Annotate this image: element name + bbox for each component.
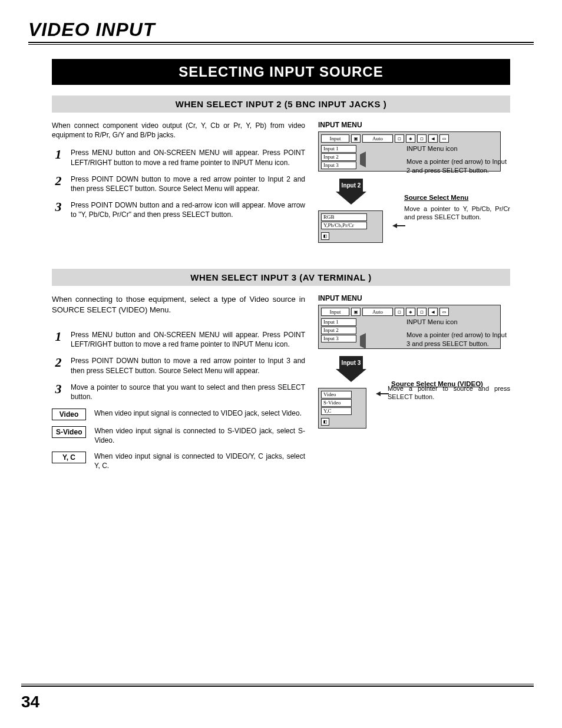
annot-pointer: Move a pointer (red arrow) to Input 3 an…	[406, 331, 507, 348]
callout-arrow-icon	[376, 391, 381, 396]
input-list: Input 1 Input 2 Input 3	[321, 318, 356, 342]
input-item: Input 2	[321, 153, 356, 161]
option-row: Y, C When video input signal is connecte…	[52, 452, 305, 470]
toolbar-icon: ◻	[395, 308, 404, 316]
step: 2Press POINT DOWN button to move a red a…	[52, 356, 305, 375]
toolbar-icon: ◻	[395, 134, 404, 143]
step: 3Press POINT DOWN button and a red-arrow…	[52, 200, 305, 219]
step-text: Press POINT DOWN button and a red-arrow …	[71, 200, 305, 219]
step-number: 1	[52, 330, 65, 349]
annotation: INPUT Menu icon Move a pointer (red arro…	[406, 144, 507, 174]
option-desc: When video input signal is connected to …	[94, 426, 305, 445]
step: 1Press MENU button and ON-SCREEN MENU wi…	[52, 148, 305, 167]
page-number: 34	[21, 693, 39, 711]
intro-b: When connecting to those equipment, sele…	[52, 294, 305, 315]
rule-thin	[28, 44, 534, 45]
annotation: INPUT Menu icon Move a pointer (red arro…	[406, 318, 507, 348]
rule-thin	[21, 684, 534, 684]
chapter-title: VIDEO INPUT	[28, 19, 534, 41]
step: 3Move a pointer to source that you want …	[52, 383, 305, 401]
toolbar-icon: ◻	[417, 134, 427, 143]
rule-thick	[21, 686, 534, 687]
option-label: Y, C	[52, 452, 86, 463]
subheading-a: WHEN SELECT INPUT 2 (5 BNC INPUT JACKS )	[52, 95, 510, 113]
topbar-label: Input	[321, 134, 349, 143]
toolbar-icon: ◀	[428, 134, 438, 143]
source-select-screenshot: Video S-Video Y,C ◧	[318, 388, 366, 429]
menu-topbar: Input ▣ Auto ◻ ◈ ◻ ◀ ▭	[321, 307, 498, 318]
step-text: Press MENU button and ON-SCREEN MENU wil…	[71, 330, 305, 349]
annot-source: Move a pointer to Y, Pb/Cb, Pr/Cr and pr…	[404, 205, 510, 222]
input-list: Input 1 Input 2 Input 3	[321, 145, 356, 169]
toolbar-icon: ◻	[417, 308, 427, 316]
arrow-label: Input 2	[339, 179, 363, 192]
option-row: Video When video input signal is connect…	[52, 409, 305, 420]
topbar-auto: Auto	[362, 134, 393, 143]
option-label: Video	[52, 409, 86, 420]
toolbar-icon: ◈	[406, 308, 415, 316]
close-icon: ◧	[321, 418, 329, 426]
rule-thick	[28, 42, 534, 43]
pointer-arrow-icon	[360, 333, 366, 349]
section-banner: SELECTING INPUT SOURCE	[52, 59, 510, 85]
input-item: Input 1	[321, 145, 356, 153]
figure-heading: INPUT MENU	[318, 294, 510, 302]
step: 1Press MENU button and ON-SCREEN MENU wi…	[52, 330, 305, 349]
input-icon: ▣	[351, 308, 361, 316]
option-desc: When video input signal is connected to …	[94, 409, 302, 418]
step-number: 2	[52, 174, 65, 193]
subheading-b: WHEN SELECT INPUT 3 (AV TERMINAL )	[52, 269, 510, 286]
input-item: Input 3	[321, 335, 356, 342]
option-row: S-Video When video input signal is conne…	[52, 426, 305, 445]
intro-a: When connect component video output (Cr,…	[52, 121, 305, 140]
annot-pointer: Move a pointer (red arrow) to Input 2 an…	[406, 157, 507, 174]
down-arrow-icon: Input 2	[336, 192, 366, 205]
menu-topbar: Input ▣ Auto ◻ ◈ ◻ ◀ ▭	[321, 134, 498, 145]
source-heading: Source Select Menu (VIDEO)	[391, 380, 483, 387]
down-arrow-icon: Input 3	[336, 369, 366, 382]
input-item: Input 1	[321, 318, 356, 326]
step-number: 2	[52, 356, 65, 375]
step-number: 1	[52, 148, 65, 167]
step-text: Press MENU button and ON-SCREEN MENU wil…	[71, 148, 305, 167]
toolbar-icon: ◀	[428, 308, 438, 316]
figure-heading: INPUT MENU	[318, 121, 510, 129]
option-label: S-Video	[52, 426, 86, 438]
arrow-label: Input 3	[339, 356, 363, 369]
step-number: 3	[52, 383, 65, 401]
topbar-auto: Auto	[362, 308, 393, 316]
source-select-screenshot: RGB Y,Pb/Cb,Pr/Cr ◧	[318, 210, 383, 243]
step-text: Press POINT DOWN button to move a red ar…	[71, 356, 305, 375]
source-item: Video	[321, 391, 352, 398]
source-item: Y,C	[321, 407, 352, 415]
callout-arrow-icon	[392, 223, 397, 228]
source-item: S-Video	[321, 399, 352, 407]
topbar-label: Input	[321, 308, 349, 316]
toolbar-icon: ▭	[439, 134, 449, 143]
step: 2Press POINT DOWN button to move a red a…	[52, 174, 305, 193]
annot-icon: INPUT Menu icon	[406, 144, 507, 153]
step-number: 3	[52, 200, 65, 219]
source-item: Y,Pb/Cb,Pr/Cr	[321, 222, 367, 229]
step-text: Move a pointer to source that you want t…	[71, 383, 305, 401]
source-item: RGB	[321, 213, 367, 221]
annot-icon: INPUT Menu icon	[406, 318, 507, 326]
input-item: Input 2	[321, 327, 356, 334]
input-icon: ▣	[351, 134, 361, 143]
source-heading: Source Select Menu	[404, 194, 510, 201]
pointer-arrow-icon	[360, 151, 366, 167]
option-list: Video When video input signal is connect…	[52, 409, 305, 470]
input-item: Input 3	[321, 162, 356, 169]
option-desc: When video input signal is connected to …	[94, 452, 305, 470]
step-text: Press POINT DOWN button to move a red ar…	[71, 174, 305, 193]
toolbar-icon: ▭	[439, 308, 449, 316]
close-icon: ◧	[321, 232, 329, 240]
toolbar-icon: ◈	[406, 134, 415, 143]
